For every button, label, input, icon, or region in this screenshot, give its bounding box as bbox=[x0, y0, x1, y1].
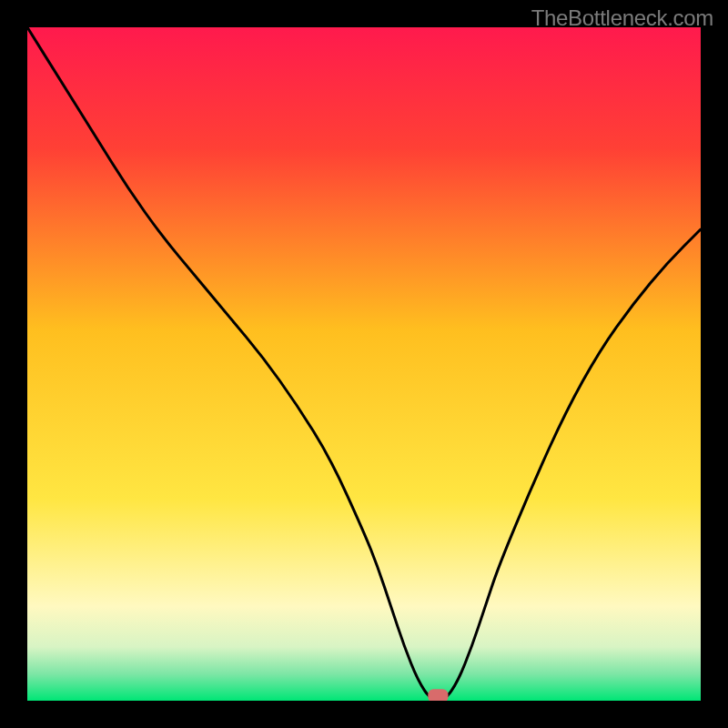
plot-svg bbox=[27, 27, 701, 701]
optimal-marker bbox=[428, 689, 448, 701]
watermark-text: TheBottleneck.com bbox=[531, 5, 713, 31]
chart-frame: TheBottleneck.com bbox=[0, 0, 728, 728]
plot-area bbox=[27, 27, 701, 701]
gradient-rect bbox=[27, 27, 701, 701]
